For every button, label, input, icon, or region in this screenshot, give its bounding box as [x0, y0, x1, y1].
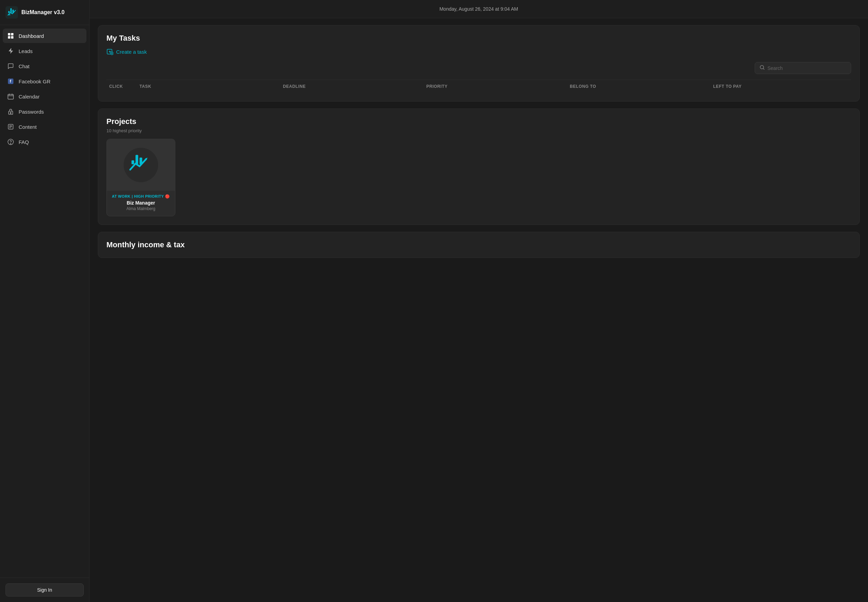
content-area: My Tasks Create a task: [89, 18, 868, 265]
sidebar-item-leads-label: Leads: [18, 48, 33, 54]
tasks-card: My Tasks Create a task: [98, 25, 860, 101]
svg-rect-5: [11, 33, 14, 35]
sidebar-item-calendar[interactable]: Calendar: [3, 89, 86, 104]
svg-point-14: [10, 113, 11, 114]
search-wrapper: [755, 62, 851, 74]
sidebar-item-faq[interactable]: FAQ: [3, 135, 86, 149]
col-click: CLICK: [106, 83, 134, 90]
monthly-income-title: Monthly income & tax: [106, 240, 851, 249]
svg-rect-6: [8, 36, 10, 38]
sidebar-footer: Sign In: [0, 577, 89, 602]
tasks-table-header: CLICK TASK DEADLINE PRIORITY BELONG TO L…: [106, 80, 851, 93]
sidebar-item-dashboard-label: Dashboard: [18, 33, 44, 39]
main-content: Monday, August 26, 2024 at 9:04 AM My Ta…: [89, 0, 868, 602]
projects-title: Projects: [106, 117, 851, 126]
col-deadline: DEADLINE: [280, 83, 421, 90]
sidebar-item-faq-label: FAQ: [18, 139, 29, 145]
svg-point-27: [760, 65, 764, 69]
col-priority: PRIORITY: [424, 83, 564, 90]
sidebar-item-content[interactable]: Content: [3, 120, 86, 134]
svg-rect-31: [132, 160, 134, 164]
datetime-text: Monday, August 26, 2024 at 9:04 AM: [439, 6, 518, 12]
project-card[interactable]: AT WORK | HIGH PRIORITY 🔴 Biz Manager Al…: [106, 139, 175, 216]
monthly-income-card: Monthly income & tax: [98, 232, 860, 258]
svg-rect-4: [8, 33, 10, 35]
project-info: AT WORK | HIGH PRIORITY 🔴 Biz Manager Al…: [107, 191, 175, 216]
tasks-toolbar: [106, 62, 851, 74]
create-task-icon: [106, 48, 113, 55]
search-input[interactable]: [767, 65, 846, 71]
tasks-title: My Tasks: [106, 34, 851, 43]
svg-line-28: [763, 69, 764, 69]
facebook-icon: [7, 77, 14, 85]
sidebar-item-passwords[interactable]: Passwords: [3, 104, 86, 119]
col-task: TASK: [137, 83, 277, 90]
projects-card: Projects 10 highest priority: [98, 109, 860, 225]
svg-rect-9: [8, 94, 14, 99]
sign-in-button[interactable]: Sign In: [6, 584, 84, 596]
sidebar-item-leads[interactable]: Leads: [3, 44, 86, 58]
sidebar-item-dashboard[interactable]: Dashboard: [3, 29, 86, 43]
sidebar-item-passwords-label: Passwords: [18, 109, 44, 115]
app-title: BizManager v3.0: [22, 9, 65, 15]
svg-rect-3: [8, 11, 10, 13]
col-left-to-pay: LEFT TO PAY: [711, 83, 851, 90]
svg-point-20: [10, 143, 11, 144]
project-owner: Alma Malmberg: [111, 206, 171, 211]
projects-grid: AT WORK | HIGH PRIORITY 🔴 Biz Manager Al…: [106, 139, 851, 216]
project-logo-circle: [124, 148, 158, 182]
sidebar-item-facebook[interactable]: Facebook GR: [3, 74, 86, 89]
app-logo: [6, 6, 18, 18]
project-logo-area: [107, 139, 175, 191]
sidebar-item-chat[interactable]: Chat: [3, 59, 86, 73]
sidebar-nav: Dashboard Leads Chat: [0, 25, 89, 577]
svg-rect-1: [10, 8, 12, 13]
search-icon: [760, 65, 765, 71]
passwords-icon: [7, 108, 14, 115]
chat-icon: [7, 62, 14, 70]
faq-icon: [7, 138, 14, 146]
projects-subtitle: 10 highest priority: [106, 128, 851, 133]
lightning-icon: [7, 47, 14, 55]
sidebar: BizManager v3.0 Dashboard Leads: [0, 0, 89, 602]
sidebar-item-calendar-label: Calendar: [18, 94, 40, 100]
datetime-bar: Monday, August 26, 2024 at 9:04 AM: [89, 0, 868, 18]
project-status: AT WORK | HIGH PRIORITY 🔴: [111, 194, 171, 199]
create-task-label: Create a task: [116, 49, 147, 55]
svg-rect-7: [11, 36, 14, 38]
sidebar-item-chat-label: Chat: [18, 63, 30, 69]
sidebar-header: BizManager v3.0: [0, 0, 89, 25]
col-belong-to: BELONG TO: [567, 83, 707, 90]
project-logo-svg: [129, 155, 153, 175]
calendar-icon: [7, 93, 14, 100]
create-task-button[interactable]: Create a task: [106, 48, 851, 55]
content-icon: [7, 123, 14, 131]
sidebar-item-content-label: Content: [18, 124, 37, 130]
sidebar-item-facebook-label: Facebook GR: [18, 78, 51, 84]
project-name: Biz Manager: [111, 200, 171, 206]
grid-icon: [7, 32, 14, 40]
